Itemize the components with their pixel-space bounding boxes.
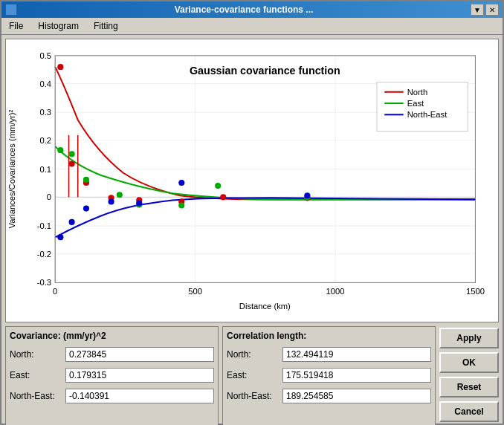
correlation-north-row: North: [227,347,431,362]
ne-point-7 [304,192,310,198]
ne-point-2 [69,219,75,225]
svg-text:0.3: 0.3 [40,108,52,117]
window-icon [5,4,17,16]
title-bar: Variance-covariance functions ... ▼ ✕ [1,1,503,18]
main-window: Variance-covariance functions ... ▼ ✕ Fi… [0,0,504,425]
covariance-ne-row: North-East: [10,389,214,403]
correlation-ne-label: North-East: [227,391,279,401]
east-point-2 [69,151,75,157]
east-point-6 [178,202,184,208]
north-point-7 [220,194,226,200]
east-point-4 [117,192,123,198]
svg-text:1000: 1000 [326,287,345,296]
svg-text:500: 500 [188,287,202,296]
svg-text:0.1: 0.1 [40,165,52,174]
bottom-panel: Covariance: (mm/yr)^2 North: East: North… [5,326,499,425]
x-axis-title: Distance (km) [239,302,291,311]
chart-area: 0.5 0.4 0.3 0.2 0.1 0 -0.1 -0.2 -0.3 0 5… [5,39,499,322]
svg-text:-0.2: -0.2 [37,250,51,259]
ne-point-3 [83,206,89,212]
chart-title: Gaussian covariance function [190,65,340,77]
svg-text:North-East: North-East [407,110,448,119]
covariance-north-row: North: [10,347,214,362]
north-point-2 [69,160,75,166]
correlation-north-label: North: [227,349,279,360]
window-title: Variance-covariance functions ... [17,4,471,15]
y-axis-title: Variances/Covariances (mm/yr)² [7,110,16,229]
covariance-east-label: East: [10,370,62,380]
menu-fitting[interactable]: Fitting [90,19,122,33]
svg-text:-0.1: -0.1 [37,221,51,230]
chart-svg: 0.5 0.4 0.3 0.2 0.1 0 -0.1 -0.2 -0.3 0 5… [6,39,498,322]
svg-text:0.4: 0.4 [40,80,52,88]
menu-histogram[interactable]: Histogram [34,19,83,33]
menu-file[interactable]: File [5,19,27,33]
correlation-north-input[interactable] [282,347,431,362]
ok-button[interactable]: OK [439,352,499,373]
covariance-east-row: East: [10,368,214,383]
east-point-7 [215,183,221,189]
correlation-east-label: East: [227,370,279,380]
reset-button[interactable]: Reset [439,377,499,398]
correlation-east-input[interactable] [282,368,431,383]
east-point-1 [57,147,63,153]
correlation-east-row: East: [227,368,431,383]
svg-text:North: North [407,88,427,97]
correlation-ne-row: North-East: [227,389,431,403]
north-point-1 [57,64,63,70]
svg-text:East: East [407,99,424,108]
covariance-north-input[interactable] [65,347,214,362]
buttons-panel: Apply OK Reset Cancel [439,326,499,425]
ne-point-5 [136,200,142,206]
close-button[interactable]: ✕ [485,4,499,16]
ne-point-4 [108,198,114,204]
correlation-title: Correlation length: [227,331,431,341]
svg-text:0: 0 [47,192,51,201]
minimize-button[interactable]: ▼ [471,4,484,16]
covariance-ne-input[interactable] [65,389,214,403]
cancel-button[interactable]: Cancel [439,401,499,422]
menu-bar: File Histogram Fitting [1,18,503,35]
covariance-box: Covariance: (mm/yr)^2 North: East: North… [5,326,219,425]
correlation-box: Correlation length: North: East: North-E… [222,326,436,425]
svg-text:1500: 1500 [466,287,485,296]
ne-point-1 [57,234,63,240]
ne-point-6 [178,180,184,186]
svg-text:-0.3: -0.3 [37,278,51,287]
east-point-3 [83,177,89,183]
svg-text:0.5: 0.5 [40,51,52,60]
svg-text:0: 0 [53,287,57,296]
covariance-ne-label: North-East: [10,391,62,401]
covariance-north-label: North: [10,349,62,360]
correlation-ne-input[interactable] [282,389,431,403]
covariance-title: Covariance: (mm/yr)^2 [10,331,214,341]
covariance-east-input[interactable] [65,368,214,383]
content-area: 0.5 0.4 0.3 0.2 0.1 0 -0.1 -0.2 -0.3 0 5… [1,35,503,425]
y-axis-labels: 0.5 0.4 0.3 0.2 0.1 0 -0.1 -0.2 -0.3 [37,51,51,288]
svg-text:0.2: 0.2 [40,136,52,145]
apply-button[interactable]: Apply [439,328,499,348]
